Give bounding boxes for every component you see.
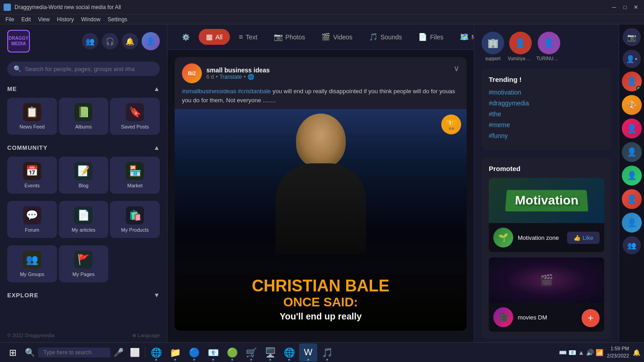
taskbar-store-app[interactable]: 🛒	[242, 343, 260, 362]
title-bar: Draggymedia-World new social media for A…	[0, 0, 644, 14]
filter-photos-btn[interactable]: 📷 Photos	[267, 29, 313, 45]
strip-avatar-5[interactable]: 👤	[622, 166, 642, 186]
taskbar-search-input[interactable]	[38, 348, 110, 357]
forum-icon: 💬	[23, 206, 41, 224]
mail-notify-icon[interactable]: 📧	[568, 349, 576, 356]
hashtag2[interactable]: #crisitanbale	[238, 88, 271, 95]
taskbar-browser2-app[interactable]: 🌐	[280, 343, 298, 362]
taskbar-search-icon[interactable]: 🔍	[22, 344, 38, 361]
window-controls[interactable]: ─ □ ✕	[610, 3, 640, 12]
network-icon[interactable]: 📶	[596, 349, 603, 356]
explore-collapse-btn[interactable]: ▼	[153, 291, 160, 299]
people-icon-btn[interactable]: 👥	[82, 33, 98, 49]
notification-sys-icon[interactable]: 🔔	[633, 349, 640, 356]
taskbar-edge-app[interactable]: 🌐	[147, 343, 165, 362]
motivation-like-btn[interactable]: 👍 Like	[567, 232, 600, 244]
sidebar-item-blog[interactable]: 📝 Blog	[59, 157, 109, 194]
add-fab-btn[interactable]: +	[582, 309, 600, 327]
trending-funny[interactable]: #funny	[489, 132, 604, 139]
trending-draggymedia[interactable]: #draggymedia	[489, 100, 604, 107]
menu-window[interactable]: Window	[77, 15, 104, 24]
taskbar-rdp-app[interactable]: 🖥️	[261, 343, 279, 362]
taskbar-explorer-app[interactable]: 📁	[166, 343, 184, 362]
author-avatar-text: BIZ	[188, 71, 196, 76]
maximize-btn[interactable]: □	[620, 3, 630, 12]
sidebar-item-products[interactable]: 🛍️ My Products	[110, 201, 160, 238]
taskbar-mail-app[interactable]: 📧	[204, 343, 222, 362]
post-translate[interactable]: Translate	[219, 74, 242, 80]
taskbar-taskview-icon[interactable]: ⬜	[127, 344, 143, 361]
menu-file[interactable]: File	[2, 15, 18, 24]
menu-history[interactable]: History	[53, 15, 77, 24]
friend-support[interactable]: 🏢 support	[482, 32, 504, 61]
filter-sort-btn[interactable]: ⚙️	[175, 30, 197, 44]
taskbar-chrome-app[interactable]: 🟢	[223, 343, 241, 362]
trending-the[interactable]: #the	[489, 110, 604, 118]
filter-sounds-btn[interactable]: 🎵 Sounds	[362, 29, 409, 45]
menu-view[interactable]: View	[34, 15, 53, 24]
volume-icon[interactable]: 🔊	[586, 349, 594, 356]
taskbar-word-app[interactable]: W	[299, 343, 317, 362]
sidebar-item-market[interactable]: 🏪 Market	[110, 157, 160, 194]
footer-language[interactable]: ⊕ Language	[132, 333, 160, 338]
sidebar-item-articles[interactable]: 📄 My articles	[59, 201, 109, 238]
menu-edit[interactable]: Edit	[18, 15, 34, 24]
taskbar-media-app[interactable]: 🎵	[318, 343, 336, 362]
strip-avatar-6[interactable]: 👤	[622, 189, 642, 209]
notification-icon-btn[interactable]: 🔔	[122, 33, 138, 49]
filter-videos-btn[interactable]: 🎬 Videos	[314, 29, 360, 45]
trending-motivation[interactable]: #motivation	[489, 89, 604, 96]
albums-icon: 📗	[74, 103, 92, 121]
filter-all-btn[interactable]: ▦ All	[199, 29, 230, 45]
me-collapse-btn[interactable]: ▲	[153, 85, 160, 92]
strip-avatar-4[interactable]: 👤	[622, 142, 642, 162]
strip-avatar-2[interactable]: 🎨	[622, 95, 642, 115]
close-btn[interactable]: ✕	[631, 3, 640, 12]
keyboard-icon[interactable]: ⌨️	[559, 349, 567, 356]
strip-avatar-1[interactable]: 👤	[622, 71, 642, 91]
sidebar-item-forum[interactable]: 💬 Forum	[7, 201, 57, 238]
friend-turinumu[interactable]: 👤 TURINUMU...	[536, 32, 561, 61]
sidebar-item-pages[interactable]: 🚩 My Pages	[59, 245, 109, 282]
minimize-btn[interactable]: ─	[610, 3, 619, 12]
sidebar-item-albums[interactable]: 📗 Albums	[59, 98, 109, 135]
post-more-btn[interactable]: ∨	[453, 63, 459, 73]
taskbar-mic-icon[interactable]: 🎤	[110, 344, 127, 361]
search-bar[interactable]: 🔍	[7, 62, 160, 76]
meta-separator2: •	[243, 74, 245, 80]
community-collapse-btn[interactable]: ▲	[153, 144, 160, 151]
up-arrow-icon[interactable]: ▲	[578, 349, 584, 356]
post-text: #smallbusinessideas #crisitanbale you wi…	[175, 87, 467, 109]
albums-label: Albums	[75, 124, 92, 129]
trending-meme[interactable]: #meme	[489, 121, 604, 129]
filter-text-btn[interactable]: ≡ Text	[232, 29, 265, 45]
articles-label: My articles	[72, 227, 95, 233]
products-icon: 🛍️	[126, 206, 144, 224]
filter-text-label: Text	[246, 33, 258, 41]
strip-avatar-7[interactable]: 👤	[622, 213, 642, 233]
sidebar-item-newsfeed[interactable]: 📋 News Feed	[7, 98, 57, 135]
strip-avatar-3[interactable]: 👤	[622, 119, 642, 138]
menu-bar: File Edit View History Window Settings	[0, 14, 644, 24]
title-bar-left: Draggymedia-World new social media for A…	[4, 4, 121, 11]
sidebar-item-events[interactable]: 📅 Events	[7, 157, 57, 194]
sidebar-item-groups[interactable]: 👥 My Groups	[7, 245, 57, 282]
search-input[interactable]	[25, 66, 153, 72]
author-info: small business ideas 6 d • Translate • 🌐	[206, 67, 270, 80]
sidebar-item-saved[interactable]: 🔖 Saved Posts	[110, 98, 160, 135]
friend-vumiriya[interactable]: 👤 Vumiriya E...	[508, 32, 533, 61]
headphone-icon-btn[interactable]: 🎧	[102, 33, 118, 49]
filter-files-btn[interactable]: 📄 Files	[411, 29, 451, 45]
start-btn[interactable]: ⊞	[4, 343, 22, 362]
filter-maps-btn[interactable]: 🗺️ Maps	[453, 29, 474, 45]
menu-settings[interactable]: Settings	[104, 15, 131, 24]
taskbar-ie-app[interactable]: 🔵	[185, 343, 203, 362]
find-people-strip-btn[interactable]: 👥	[623, 236, 641, 254]
search-icon: 🔍	[14, 65, 21, 72]
user-avatar-btn[interactable]: 👤	[142, 32, 160, 50]
movies-banner: 🎬	[489, 257, 604, 303]
add-friend-strip-btn[interactable]: 👤+	[623, 50, 641, 68]
hashtag1[interactable]: #smallbusinessideas	[182, 88, 236, 95]
camera-strip-btn[interactable]: 📷	[623, 28, 641, 46]
newsfeed-label: News Feed	[19, 124, 45, 129]
